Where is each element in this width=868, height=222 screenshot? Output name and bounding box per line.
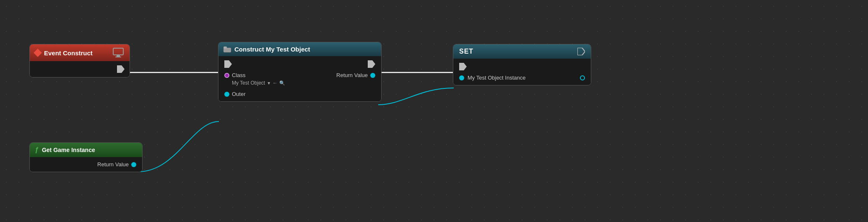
construct-title: Construct My Test Object <box>234 46 310 53</box>
svg-rect-1 <box>117 55 120 57</box>
diamond-icon <box>34 49 42 57</box>
event-construct-body <box>30 61 130 77</box>
set-var-name: My Test Object Instance <box>468 75 526 81</box>
svg-rect-0 <box>113 48 123 55</box>
outer-pin[interactable] <box>224 92 229 97</box>
game-instance-title: Get Game Instance <box>42 147 95 153</box>
event-construct-node: Event Construct <box>29 44 130 77</box>
dropdown-arrow-icon[interactable]: ▼ <box>267 81 271 85</box>
set-node: SET My Test Object Instance <box>453 44 591 85</box>
game-instance-return-label: Return Value <box>97 161 129 168</box>
set-exec-in[interactable] <box>459 63 467 70</box>
data-connection-outer <box>138 121 219 172</box>
return-value-pin[interactable] <box>370 73 375 78</box>
connections-layer <box>0 0 868 222</box>
return-value-label: Return Value <box>336 72 368 78</box>
screen-icon <box>113 48 125 58</box>
svg-rect-2 <box>115 57 121 57</box>
set-body: My Test Object Instance <box>453 59 591 85</box>
class-dropdown-row: My Test Object ▼ ← 🔍 <box>232 80 285 86</box>
event-construct-header: Event Construct <box>30 44 130 61</box>
set-header: SET <box>453 44 591 59</box>
construct-exec-row <box>224 60 375 68</box>
class-value: My Test Object <box>232 80 265 86</box>
event-construct-title: Event Construct <box>44 49 93 57</box>
class-left: Class My Test Object ▼ ← 🔍 <box>224 72 285 86</box>
set-exec-out-header[interactable] <box>577 48 585 55</box>
svg-marker-9 <box>459 63 467 70</box>
set-title: SET <box>459 48 473 55</box>
exec-out-pin[interactable] <box>117 65 125 73</box>
svg-marker-8 <box>577 48 585 55</box>
search-glass-icon[interactable]: 🔍 <box>279 80 285 86</box>
folder-icon <box>223 46 231 52</box>
set-var-pin[interactable] <box>459 75 464 80</box>
class-pin[interactable] <box>224 73 229 78</box>
svg-marker-7 <box>368 60 375 68</box>
game-instance-header: ƒ Get Game Instance <box>30 143 142 157</box>
game-instance-body: Return Value <box>30 157 142 172</box>
blueprint-canvas: Event Construct <box>0 0 868 222</box>
exec-out-row <box>117 65 125 73</box>
construct-body: Class My Test Object ▼ ← 🔍 Return Value <box>218 56 381 101</box>
set-exec-in-row <box>459 63 585 70</box>
set-var-row: My Test Object Instance <box>459 75 585 81</box>
return-value-row: Return Value <box>336 72 375 78</box>
class-section: Class My Test Object ▼ ← 🔍 Return Value <box>224 72 375 86</box>
func-icon: ƒ <box>35 146 39 154</box>
outer-pin-row: Outer <box>224 91 375 97</box>
construct-node: Construct My Test Object <box>218 42 382 102</box>
svg-marker-6 <box>224 60 232 68</box>
class-pin-row: Class <box>224 72 285 78</box>
class-label: Class <box>232 72 246 78</box>
nav-back-icon[interactable]: ← <box>273 80 278 86</box>
construct-header: Construct My Test Object <box>218 42 381 56</box>
get-game-instance-node: ƒ Get Game Instance Return Value <box>29 142 143 172</box>
data-connection-return <box>378 88 454 105</box>
svg-marker-3 <box>117 65 125 73</box>
svg-rect-5 <box>223 46 227 49</box>
construct-exec-out[interactable] <box>368 60 375 68</box>
set-var-out-pin[interactable] <box>580 75 585 80</box>
game-instance-return-row: Return Value <box>36 161 136 168</box>
game-instance-return-pin[interactable] <box>131 162 136 167</box>
construct-exec-in[interactable] <box>224 60 232 68</box>
outer-label: Outer <box>232 91 246 97</box>
